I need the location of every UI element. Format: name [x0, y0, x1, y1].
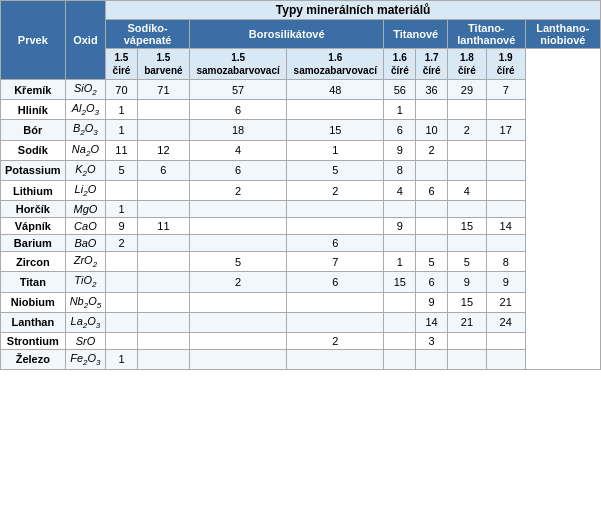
cell-l1: 21 — [447, 312, 486, 332]
cell-t2 — [416, 100, 448, 120]
cell-t2: 36 — [416, 80, 448, 100]
cell-s2 — [137, 120, 189, 140]
cell-t2 — [416, 349, 448, 369]
cell-oxid: Fe2O3 — [65, 349, 106, 369]
cell-b1 — [189, 218, 286, 235]
l2-header: 1.9 číré — [486, 49, 525, 80]
cell-s1: 2 — [106, 235, 138, 252]
table-row: NiobiumNb2O591521 — [1, 292, 601, 312]
cell-t1: 6 — [384, 120, 416, 140]
cell-prvek: Sodík — [1, 140, 66, 160]
cell-t2: 3 — [416, 332, 448, 349]
cell-oxid: Na2O — [65, 140, 106, 160]
cell-oxid: Al2O3 — [65, 100, 106, 120]
cell-l1 — [447, 100, 486, 120]
cell-prvek: Titan — [1, 272, 66, 292]
cell-oxid: TiO2 — [65, 272, 106, 292]
cell-s2: 71 — [137, 80, 189, 100]
cell-s2 — [137, 332, 189, 349]
cell-l1: 15 — [447, 218, 486, 235]
lanthano-niobio-header: Lanthano-niobiové — [525, 20, 600, 49]
cell-t1: 56 — [384, 80, 416, 100]
table-row: VápníkCaO91191514 — [1, 218, 601, 235]
cell-l1 — [447, 160, 486, 180]
cell-b1: 2 — [189, 180, 286, 200]
cell-s2 — [137, 252, 189, 272]
cell-b2: 6 — [287, 235, 384, 252]
cell-prvek: Lithium — [1, 180, 66, 200]
cell-prvek: Potassium — [1, 160, 66, 180]
cell-t2: 6 — [416, 180, 448, 200]
cell-s2: 11 — [137, 218, 189, 235]
cell-b2 — [287, 100, 384, 120]
cell-b2 — [287, 312, 384, 332]
cell-s1 — [106, 252, 138, 272]
table-row: TitanTiO22615699 — [1, 272, 601, 292]
cell-l1: 9 — [447, 272, 486, 292]
cell-t1: 1 — [384, 100, 416, 120]
table-row: SodíkNa2O11124192 — [1, 140, 601, 160]
cell-oxid: ZrO2 — [65, 252, 106, 272]
cell-l2 — [486, 235, 525, 252]
cell-s2 — [137, 349, 189, 369]
cell-oxid: La2O3 — [65, 312, 106, 332]
cell-l2: 24 — [486, 312, 525, 332]
cell-b2: 7 — [287, 252, 384, 272]
cell-b1: 6 — [189, 160, 286, 180]
s1-header: 1.5 čiré — [106, 49, 138, 80]
cell-b2: 5 — [287, 160, 384, 180]
cell-prvek: Horčík — [1, 201, 66, 218]
cell-l1: 4 — [447, 180, 486, 200]
cell-oxid: CaO — [65, 218, 106, 235]
cell-l1 — [447, 140, 486, 160]
cell-b2 — [287, 218, 384, 235]
table-row: LanthanLa2O3142124 — [1, 312, 601, 332]
cell-s1: 9 — [106, 218, 138, 235]
cell-oxid: MgO — [65, 201, 106, 218]
cell-b2 — [287, 349, 384, 369]
table-row: ŽelezoFe2O31 — [1, 349, 601, 369]
cell-t1 — [384, 349, 416, 369]
cell-s1: 1 — [106, 120, 138, 140]
cell-oxid: SiO2 — [65, 80, 106, 100]
cell-t2 — [416, 201, 448, 218]
cell-prvek: Lanthan — [1, 312, 66, 332]
titan-header: Titanové — [384, 20, 448, 49]
cell-l2 — [486, 349, 525, 369]
cell-l1 — [447, 349, 486, 369]
cell-oxid: B2O3 — [65, 120, 106, 140]
cell-b1: 5 — [189, 252, 286, 272]
table-row: ZirconZrO2571558 — [1, 252, 601, 272]
cell-s1 — [106, 312, 138, 332]
b2-header: 1.6 samozabarvovací — [287, 49, 384, 80]
cell-l2: 17 — [486, 120, 525, 140]
cell-t1: 15 — [384, 272, 416, 292]
cell-b1 — [189, 201, 286, 218]
cell-s1: 1 — [106, 349, 138, 369]
cell-b2: 2 — [287, 332, 384, 349]
prvek-header: Prvek — [1, 1, 66, 80]
cell-t2: 9 — [416, 292, 448, 312]
table-row: HliníkAl2O3161 — [1, 100, 601, 120]
cell-t1 — [384, 292, 416, 312]
cell-oxid: Nb2O5 — [65, 292, 106, 312]
cell-b1: 2 — [189, 272, 286, 292]
cell-l1: 15 — [447, 292, 486, 312]
cell-t1 — [384, 312, 416, 332]
cell-b1 — [189, 312, 286, 332]
t1-header: 1.6 číré — [384, 49, 416, 80]
cell-s1: 70 — [106, 80, 138, 100]
cell-b1 — [189, 349, 286, 369]
cell-b2: 2 — [287, 180, 384, 200]
cell-l1: 2 — [447, 120, 486, 140]
cell-b2: 48 — [287, 80, 384, 100]
cell-l2: 21 — [486, 292, 525, 312]
table-row: BórB2O311815610217 — [1, 120, 601, 140]
cell-prvek: Železo — [1, 349, 66, 369]
cell-t1 — [384, 332, 416, 349]
cell-s2 — [137, 235, 189, 252]
cell-t2 — [416, 218, 448, 235]
cell-b1: 4 — [189, 140, 286, 160]
cell-l1 — [447, 201, 486, 218]
cell-oxid: BaO — [65, 235, 106, 252]
